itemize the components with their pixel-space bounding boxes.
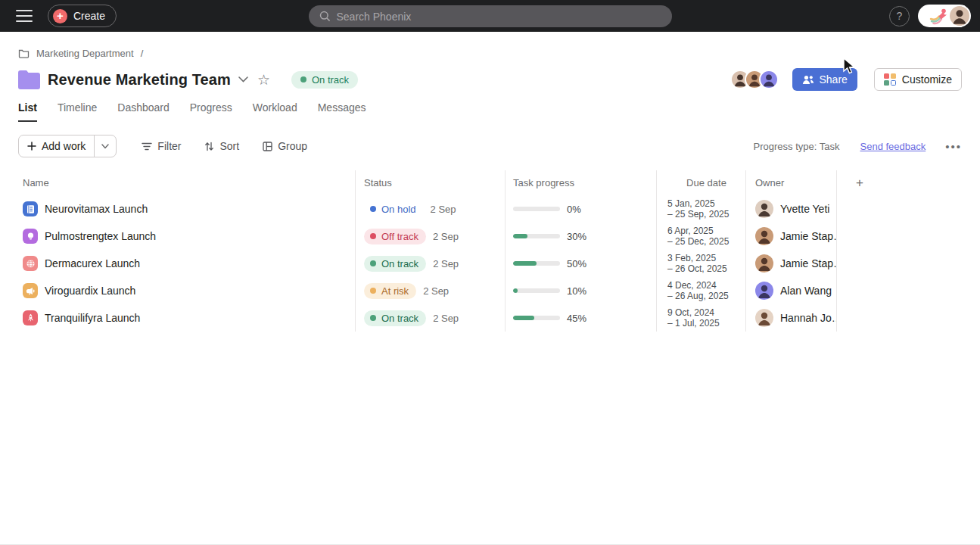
people-icon — [802, 75, 814, 85]
owner-avatar — [755, 309, 773, 327]
create-button-label: Create — [73, 10, 105, 22]
due-date-start: 4 Dec, 2024 — [667, 280, 717, 291]
hamburger-menu-icon[interactable] — [16, 10, 33, 22]
breadcrumb: Marketing Department / — [18, 48, 980, 59]
status-badge[interactable]: Off track — [364, 229, 426, 244]
chevron-down-icon — [101, 144, 109, 149]
due-date-cell[interactable]: 6 Apr, 2025 – 25 Dec, 2025 — [657, 223, 746, 250]
tab-messages[interactable]: Messages — [318, 101, 366, 122]
status-badge[interactable]: On track — [364, 310, 426, 326]
tab-list[interactable]: List — [18, 101, 37, 122]
status-date: 2 Sep — [433, 231, 459, 242]
share-button[interactable]: Share — [792, 68, 857, 91]
help-button[interactable]: ? — [889, 6, 910, 26]
due-date-cell[interactable]: 9 Oct, 2024 – 1 Jul, 2025 — [657, 304, 746, 332]
project-name[interactable]: Viroguardix Launch — [45, 285, 135, 297]
project-folder-icon — [18, 70, 40, 89]
member-avatars[interactable] — [730, 70, 779, 89]
status-dot-icon — [370, 260, 376, 266]
owner-cell[interactable]: Alan Wang — [746, 277, 837, 304]
status-badge[interactable]: On hold — [364, 201, 424, 217]
question-mark-icon: ? — [897, 10, 903, 22]
customize-button[interactable]: Customize — [874, 68, 962, 91]
status-date: 2 Sep — [433, 258, 459, 269]
group-label: Group — [278, 140, 307, 152]
status-label: At risk — [381, 285, 409, 297]
table-row[interactable]: Viroguardix Launch At risk 2 Sep 10% 4 D… — [18, 277, 882, 304]
column-header-task-progress[interactable]: Task progress — [506, 170, 657, 195]
add-work-dropdown[interactable] — [94, 135, 116, 157]
owner-cell[interactable]: Jamie Stap… — [746, 250, 837, 277]
progress-bar-fill — [513, 316, 534, 320]
status-badge[interactable]: On track — [364, 256, 426, 272]
column-header-status[interactable]: Status — [356, 170, 506, 195]
project-name[interactable]: Tranquilifyra Launch — [45, 312, 140, 324]
send-feedback-link[interactable]: Send feedback — [860, 141, 926, 152]
rocket-icon — [23, 310, 38, 325]
owner-cell[interactable]: Yvette Yeti — [746, 195, 837, 223]
project-list-table: Name Status Task progress Due date Owner… — [18, 170, 882, 332]
progress-bar — [513, 207, 560, 211]
breadcrumb-link[interactable]: Marketing Department — [36, 48, 134, 59]
due-date-start: 9 Oct, 2024 — [667, 307, 714, 318]
owner-name: Jamie Stap… — [780, 257, 836, 269]
profile-menu[interactable] — [918, 5, 971, 27]
table-row[interactable]: Dermacurex Launch On track 2 Sep 50% 3 F… — [18, 250, 882, 277]
view-tabs: List Timeline Dashboard Progress Workloa… — [18, 101, 980, 122]
project-name[interactable]: Dermacurex Launch — [45, 257, 140, 269]
status-dot-icon — [370, 315, 376, 321]
tab-progress[interactable]: Progress — [190, 101, 232, 122]
sort-button[interactable]: Sort — [204, 140, 239, 152]
column-header-owner[interactable]: Owner — [746, 170, 837, 195]
add-work-button[interactable]: Add work — [19, 135, 94, 157]
owner-name: Yvette Yeti — [780, 203, 829, 215]
progress-percent: 10% — [567, 285, 586, 297]
column-header-name[interactable]: Name — [18, 170, 356, 195]
progress-bar-fill — [513, 234, 527, 238]
due-date-start: 6 Apr, 2025 — [667, 226, 714, 236]
due-date-end: – 26 Oct, 2025 — [667, 263, 727, 274]
list-toolbar: Add work Filter Sort Group Progress type… — [18, 135, 962, 157]
table-row[interactable]: Pulmostrengtex Launch Off track 2 Sep 30… — [18, 223, 882, 250]
owner-cell[interactable]: Jamie Stap… — [746, 223, 837, 250]
due-date-end: – 1 Jul, 2025 — [667, 318, 720, 329]
table-header: Name Status Task progress Due date Owner… — [18, 170, 882, 195]
due-date-cell[interactable]: 4 Dec, 2024 – 26 Aug, 2025 — [657, 277, 746, 304]
progress-type-label: Progress type: Task — [754, 141, 840, 152]
search-input[interactable]: Search Phoenix — [309, 5, 672, 27]
project-status-badge[interactable]: On track — [291, 71, 358, 89]
add-column-button[interactable]: + — [856, 176, 863, 191]
filter-button[interactable]: Filter — [142, 140, 181, 152]
project-name[interactable]: Pulmostrengtex Launch — [45, 230, 156, 242]
search-icon — [319, 11, 331, 22]
status-badge[interactable]: At risk — [364, 283, 416, 299]
due-date-cell[interactable]: 3 Feb, 2025 – 26 Oct, 2025 — [657, 250, 746, 277]
tab-timeline[interactable]: Timeline — [58, 101, 97, 122]
column-header-due-date[interactable]: Due date — [657, 170, 746, 195]
due-date-cell[interactable]: 5 Jan, 2025 – 25 Sep, 2025 — [657, 195, 746, 223]
table-row[interactable]: Tranquilifyra Launch On track 2 Sep 45% … — [18, 304, 882, 332]
table-row[interactable]: Neurovitamax Launch On hold 2 Sep 0% 5 J… — [18, 195, 882, 223]
status-dot-icon — [370, 233, 376, 239]
lightbulb-icon — [23, 229, 38, 244]
customize-grid-icon — [884, 73, 896, 86]
create-button[interactable]: + Create — [48, 5, 117, 27]
tab-dashboard[interactable]: Dashboard — [117, 101, 170, 122]
title-chevron-down-icon[interactable] — [238, 76, 248, 83]
project-status-label: On track — [312, 74, 349, 86]
due-date-end: – 26 Aug, 2025 — [667, 291, 729, 301]
phoenix-bird-icon — [929, 7, 948, 25]
sort-label: Sort — [219, 140, 239, 152]
group-button[interactable]: Group — [263, 140, 307, 152]
tab-workload[interactable]: Workload — [253, 101, 297, 122]
plus-icon — [27, 142, 36, 151]
more-options-button[interactable]: ••• — [945, 140, 962, 153]
star-favorite-icon[interactable]: ☆ — [257, 73, 270, 87]
owner-cell[interactable]: Hannah Jo… — [746, 304, 837, 332]
megaphone-icon — [23, 283, 38, 298]
project-name[interactable]: Neurovitamax Launch — [45, 203, 148, 215]
member-avatar[interactable] — [759, 70, 779, 89]
filter-label: Filter — [157, 140, 181, 152]
plus-icon: + — [53, 9, 67, 23]
globe-icon — [23, 256, 38, 271]
